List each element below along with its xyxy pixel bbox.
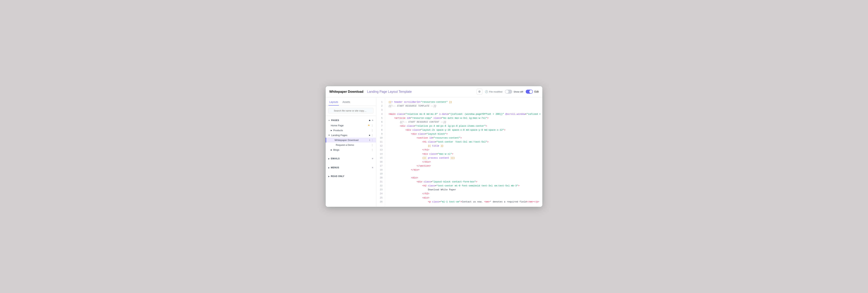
code-line: </div>	[389, 168, 542, 172]
code-lines: {{> header scrollBarId="resources-conten…	[385, 97, 542, 206]
line-num: 8	[376, 128, 385, 132]
toggle-thumb	[505, 90, 508, 93]
code-line: {{> header scrollBarId="resources-conten…	[389, 100, 542, 104]
emails-actions: +	[372, 157, 374, 160]
landing-pages-label: Landing Pages	[331, 134, 369, 137]
code-line: </div>	[389, 160, 542, 164]
home-page-label: Home Page	[331, 124, 368, 127]
more-icon[interactable]: ⋮	[371, 149, 374, 151]
show-diff-toggle[interactable]	[505, 90, 512, 94]
line-num: 5	[376, 116, 385, 120]
products-actions: ⋮	[371, 129, 374, 132]
line-num: 7	[376, 124, 385, 128]
tab-layouts[interactable]: Layouts	[329, 99, 339, 105]
sidebar-item-blogs[interactable]: ▶ Blogs ⋮	[326, 148, 376, 152]
line-num: 18	[376, 168, 385, 172]
code-line: {{!-- START RESOURCE CONTENT --}}	[389, 120, 542, 124]
sidebar-tabs: Layouts Assets	[326, 97, 376, 106]
chevron-right-icon: ▶	[328, 167, 330, 169]
code-line: <h2 class="text-center mt-0 font-semibol…	[389, 184, 542, 188]
code-line: <div>	[389, 176, 542, 180]
code-line	[389, 172, 542, 176]
chevron-right-icon: ▶	[331, 149, 332, 151]
more-icon[interactable]: ⋮	[371, 124, 374, 127]
show-diff-control: Show diff	[505, 90, 523, 94]
landing-pages-dot	[369, 135, 370, 136]
line-num: 26	[376, 200, 385, 204]
line-num: 6	[376, 120, 385, 124]
request-demo-label: Request a Demo	[336, 143, 371, 146]
blogs-label: Blogs	[333, 149, 371, 151]
read-only-section-header[interactable]: ▶ READ ONLY	[326, 174, 376, 178]
search-input[interactable]	[328, 108, 374, 113]
pages-section-left: ▼ PAGES	[328, 119, 339, 122]
emails-section-header[interactable]: ▶ EMAILS +	[326, 156, 376, 161]
menus-add-icon[interactable]: +	[372, 166, 374, 169]
edit-label: Edit	[534, 90, 539, 93]
menus-actions: +	[372, 166, 374, 169]
line-num: 23	[376, 188, 385, 192]
emails-left: ▶ EMAILS	[328, 157, 340, 160]
chevron-right-icon: ▶	[328, 158, 330, 160]
file-modified-indicator: 🕐 File modified	[485, 90, 502, 93]
edit-toggle-control: Edit	[526, 90, 539, 94]
line-num: 25	[376, 196, 385, 200]
line-num: 2	[376, 104, 385, 108]
sidebar-item-request-demo[interactable]: Request a Demo ⋮	[326, 142, 376, 148]
line-num: 4	[376, 112, 385, 116]
emails-add-icon[interactable]: +	[372, 157, 374, 160]
menus-section-header[interactable]: ▶ MENUS +	[326, 165, 376, 170]
read-only-left: ▶ READ ONLY	[328, 175, 344, 177]
line-num: 13	[376, 148, 385, 152]
search-box: 🔍	[326, 106, 376, 116]
page-subtitle: Landing Page Layout Template	[367, 90, 412, 94]
clock-icon: 🕐	[485, 90, 488, 93]
menus-section: ▶ MENUS +	[326, 163, 376, 172]
code-line: <h1 class="text-center !text-3xl sm:!tex…	[389, 140, 542, 144]
chevron-right-icon: ▶	[328, 175, 330, 177]
info-icon: ℹ	[369, 139, 370, 141]
emails-label: EMAILS	[331, 157, 340, 160]
read-only-label: READ ONLY	[331, 175, 344, 177]
chevron-down-icon: ▼	[328, 134, 330, 136]
sidebar-item-landing-pages[interactable]: ▼ Landing Pages ⋮	[326, 133, 376, 138]
code-line: </h2>	[389, 192, 542, 196]
more-icon[interactable]: ⋮	[371, 134, 374, 137]
pages-section-header[interactable]: ▼ PAGES +	[326, 118, 376, 123]
read-only-section: ▶ READ ONLY	[326, 172, 376, 181]
code-editor[interactable]: 1 2 3 4 5 6 7 8 9 10 11 12 13 14 15 16 1	[376, 97, 542, 206]
products-label: Products	[333, 129, 371, 132]
gear-icon: ⚙	[478, 90, 480, 93]
pages-section: ▼ PAGES + Home Page 👁 ⋮	[326, 116, 376, 154]
code-line: <div>	[389, 196, 542, 200]
blogs-actions: ⋮	[371, 149, 374, 151]
more-icon[interactable]: ⋮	[371, 139, 374, 141]
sidebar-item-products[interactable]: ▶ Products ⋮	[326, 128, 376, 133]
line-num: 3	[376, 108, 385, 112]
line-num: 19	[376, 172, 385, 176]
pages-dot	[369, 120, 370, 121]
more-icon[interactable]: ⋮	[371, 129, 374, 132]
code-line: {{ title }}	[389, 144, 542, 148]
code-line: <div class="layout-block">	[389, 132, 542, 136]
settings-button[interactable]: ⚙	[476, 89, 483, 95]
pages-label: PAGES	[331, 119, 339, 122]
sidebar-item-whitepaper[interactable]: Whitepaper Download ℹ ⋮	[326, 138, 376, 142]
line-num: 1	[376, 100, 385, 104]
landing-pages-actions: ⋮	[369, 134, 374, 137]
pages-add-icon[interactable]: +	[372, 119, 374, 122]
line-num: 16	[376, 160, 385, 164]
sidebar-item-home[interactable]: Home Page 👁 ⋮	[326, 123, 376, 128]
menus-label: MENUS	[331, 166, 339, 169]
tab-assets[interactable]: Assets	[342, 99, 351, 105]
line-num: 24	[376, 192, 385, 196]
header-bar: Whitepaper Download Landing Page Layout …	[326, 86, 542, 97]
code-line: <article id="resource-copy" class="mx-au…	[389, 116, 542, 120]
code-line: </h1>	[389, 148, 542, 152]
line-num: 14	[376, 152, 385, 156]
code-line: </section>	[389, 164, 542, 168]
more-icon[interactable]: ⋮	[371, 143, 374, 146]
edit-toggle[interactable]	[526, 90, 533, 94]
line-num: 22	[376, 184, 385, 188]
pages-actions: +	[369, 119, 374, 122]
